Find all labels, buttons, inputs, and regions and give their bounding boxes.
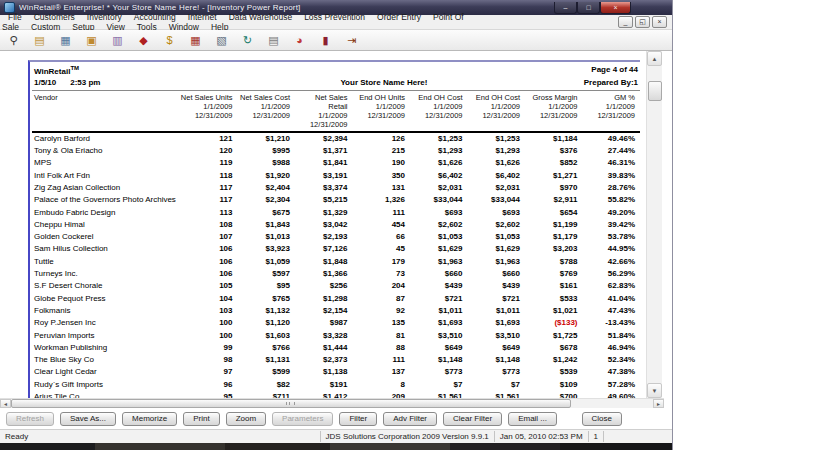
cell-value: 107 — [180, 231, 238, 243]
column-header-gross-margin: Gross Margin1/1/200912/31/2009 — [525, 93, 583, 129]
cell-value: $33,044 — [468, 194, 526, 206]
cell-value: 55.82% — [583, 194, 641, 206]
menu-internet[interactable]: Internet — [182, 12, 223, 22]
cell-value: $649 — [410, 342, 468, 354]
cell-value: $1,179 — [525, 231, 583, 243]
zoom-button[interactable]: Zoom — [226, 412, 266, 426]
trademark-symbol: TM — [70, 65, 79, 71]
tb-calculator-icon[interactable]: ▦ — [186, 31, 205, 49]
cell-value: -13.43% — [583, 317, 641, 329]
column-period-end: 12/31/2009 — [468, 111, 521, 120]
cell-value: 92 — [353, 305, 411, 317]
tb-sync-icon[interactable]: ↻ — [238, 31, 257, 49]
horizontal-scroll-thumb[interactable] — [11, 399, 571, 408]
cell-value: $1,132 — [238, 305, 296, 317]
save-as-button[interactable]: Save As... — [60, 412, 116, 426]
cell-value: $788 — [525, 256, 583, 268]
memorize-button[interactable]: Memorize — [122, 412, 177, 426]
scroll-down-icon[interactable]: ▼ — [647, 383, 662, 398]
scroll-up-icon[interactable]: ▲ — [647, 51, 662, 66]
cell-value: $597 — [238, 268, 296, 280]
scroll-track[interactable] — [571, 399, 653, 408]
mdi-restore-button[interactable]: ◱ — [635, 16, 650, 28]
cell-value: $675 — [238, 207, 296, 219]
cell-value: 57.28% — [583, 379, 641, 391]
print-button[interactable]: Print — [183, 412, 219, 426]
cell-value: 53.78% — [583, 231, 641, 243]
cell-value: $1,271 — [525, 170, 583, 182]
menu-inventory[interactable]: Inventory — [81, 12, 128, 22]
menu-accounting[interactable]: Accounting — [128, 12, 182, 22]
parameters-button: Parameters — [272, 412, 333, 426]
cell-value: $1,725 — [525, 330, 583, 342]
tb-form-icon[interactable]: ▧ — [212, 31, 231, 49]
cell-value: $693 — [468, 207, 526, 219]
cell-value: 113 — [180, 207, 238, 219]
cell-value: 215 — [353, 145, 411, 157]
tb-find-icon[interactable]: ⚲ — [4, 31, 23, 49]
tb-money-icon[interactable]: $ — [160, 31, 179, 49]
cell-value: $3,374 — [295, 182, 353, 194]
cell-value: $5,215 — [295, 194, 353, 206]
close-button[interactable]: Close — [582, 412, 622, 426]
cell-value: 56.29% — [583, 268, 641, 280]
cell-value: $3,203 — [525, 243, 583, 255]
tb-book-icon[interactable]: ▮ — [316, 31, 335, 49]
menu-file[interactable]: File — [2, 12, 28, 22]
horizontal-scrollbar[interactable]: ◄ ► — [0, 398, 664, 408]
tb-bar-chart-icon[interactable]: ▥ — [108, 31, 127, 49]
cell-value: $678 — [525, 342, 583, 354]
column-header-end-oh-units: End OH Units1/1/200912/31/2009 — [353, 93, 411, 129]
cell-value: $1,329 — [295, 207, 353, 219]
tb-printer-icon[interactable]: ▤ — [264, 31, 283, 49]
cell-value: $987 — [295, 317, 353, 329]
table-row: Globe Pequot Press104$765$1,29887$721$72… — [32, 293, 640, 305]
cell-value: 81 — [353, 330, 411, 342]
cell-value: $161 — [525, 280, 583, 292]
filter-button[interactable]: Filter — [339, 412, 377, 426]
cell-value: $1,629 — [468, 243, 526, 255]
vertical-scroll-thumb[interactable] — [648, 81, 662, 101]
column-label: Gross Margin — [525, 93, 578, 102]
tb-calendar-icon[interactable]: ▣ — [82, 31, 101, 49]
scroll-left-icon[interactable]: ◄ — [0, 399, 11, 408]
mdi-close-button[interactable]: × — [652, 16, 667, 28]
email-button[interactable]: Email ... — [508, 412, 557, 426]
table-row: The Blue Sky Co98$1,131$2,373111$1,148$1… — [32, 354, 640, 366]
cell-value: $660 — [468, 268, 526, 280]
tb-table-icon[interactable]: ▦ — [56, 31, 75, 49]
menu-order-entry[interactable]: Order Entry — [371, 12, 427, 22]
vendor-name: Embudo Fabric Design — [32, 207, 180, 219]
cell-value: 98 — [180, 354, 238, 366]
cell-value: 88 — [353, 342, 411, 354]
adv-filter-button[interactable]: Adv Filter — [383, 412, 437, 426]
vendor-name: Turneys Inc. — [32, 268, 180, 280]
cell-value: 350 — [353, 170, 411, 182]
cell-value: $3,042 — [295, 219, 353, 231]
report-rows: Carolyn Barford121$1,210$2,394126$1,253$… — [32, 133, 640, 408]
cell-value: 105 — [180, 280, 238, 292]
mdi-minimize-button[interactable]: _ — [618, 16, 633, 28]
vertical-scrollbar[interactable]: ▲ ▼ — [646, 51, 662, 398]
page-info: Page 4 of 44 — [591, 65, 638, 76]
column-period-start: 1/1/2009 — [410, 102, 463, 111]
cell-value: 39.42% — [583, 219, 641, 231]
bar-chart-icon: ▥ — [112, 35, 122, 46]
vendor-name: Tuttle — [32, 256, 180, 268]
table-icon: ▦ — [60, 35, 70, 46]
tb-color-wheel-icon[interactable]: ◕ — [290, 31, 309, 49]
mdi-window-controls: _◱× — [618, 16, 667, 28]
cell-value: 135 — [353, 317, 411, 329]
scroll-right-icon[interactable]: ► — [653, 399, 664, 408]
cell-value: $1,843 — [238, 219, 296, 231]
tb-shield-icon[interactable]: ◆ — [134, 31, 153, 49]
clear-filter-button[interactable]: Clear Filter — [443, 412, 502, 426]
tb-exit-icon[interactable]: ⇥ — [342, 31, 361, 49]
menu-loss-prevention[interactable]: Loss Prevention — [298, 12, 371, 22]
cell-value: $2,154 — [295, 305, 353, 317]
menu-customers[interactable]: Customers — [28, 12, 81, 22]
column-headers: VendorNet Sales Units1/1/200912/31/2009N… — [32, 91, 640, 133]
menu-data-warehouse[interactable]: Data Warehouse — [223, 12, 298, 22]
tb-open-folder-icon[interactable]: ▤ — [30, 31, 49, 49]
cell-value: $988 — [238, 157, 296, 169]
